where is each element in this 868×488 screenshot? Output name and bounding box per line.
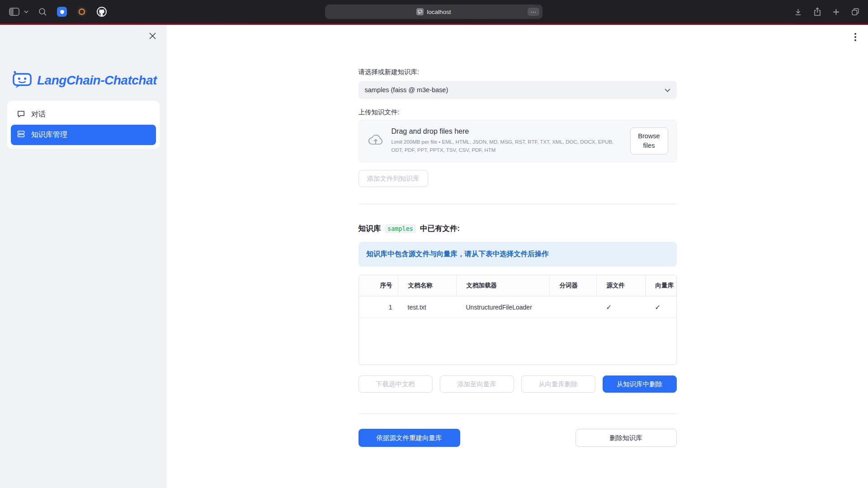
sidebar-item-label: 知识库管理 — [31, 130, 67, 140]
browser-toolbar: localhost ⋯ — [0, 0, 868, 23]
browse-files-button[interactable]: Browse files — [630, 127, 668, 155]
search-icon[interactable] — [38, 8, 47, 16]
col-header-vector: 向量库 — [645, 275, 676, 296]
delete-from-kb-button[interactable]: 从知识库中删除 — [603, 375, 677, 393]
delete-from-vector-store-button[interactable]: 从向量库删除 — [521, 375, 595, 393]
select-kb-label: 请选择或新建知识库: — [359, 68, 677, 77]
dropzone-title: Drag and drop files here — [392, 127, 623, 136]
col-header-filename: 文档名称 — [398, 275, 456, 296]
kb-select[interactable]: samples (faiss @ m3e-base) — [359, 81, 677, 99]
logo-text: LangChain-Chatchat — [37, 73, 157, 88]
table-row[interactable]: 1 test.txt UnstructuredFileLoader ✓ ✓ — [359, 296, 676, 318]
chat-bubble-icon — [17, 109, 25, 120]
kb-select-value: samples (faiss @ m3e-base) — [365, 86, 448, 94]
github-icon[interactable] — [97, 7, 107, 17]
delete-kb-button[interactable]: 删除知识库 — [576, 429, 677, 447]
sidebar-nav: 对话 知识库管理 — [7, 101, 160, 149]
main-content: 请选择或新建知识库: samples (faiss @ m3e-base) 上传… — [167, 25, 868, 488]
app-logo: LangChain-Chatchat — [12, 70, 167, 91]
file-dropzone[interactable]: Drag and drop files here Limit 200MB per… — [359, 120, 677, 162]
file-actions-row: 下载选中文档 添加至向量库 从向量库删除 从知识库中删除 — [359, 375, 677, 393]
divider — [359, 204, 677, 204]
extension-orange-icon[interactable] — [77, 7, 87, 17]
sidebar-item-knowledge-base[interactable]: 知识库管理 — [11, 125, 156, 145]
col-header-loader: 文档加载器 — [456, 275, 549, 296]
col-header-source: 源文件 — [596, 275, 645, 296]
col-header-splitter: 分词器 — [549, 275, 596, 296]
share-icon[interactable] — [813, 7, 821, 16]
kb-name-code: samples — [385, 224, 416, 233]
app-menu-icon[interactable] — [853, 31, 858, 43]
table-header-row: 序号 文档名称 文档加载器 分词器 源文件 向量库 — [359, 275, 676, 296]
sidebar-item-dialogue[interactable]: 对话 — [11, 104, 156, 125]
site-favicon — [416, 8, 424, 15]
kb-heading-prefix: 知识库 — [359, 224, 381, 234]
kb-files-table: 序号 文档名称 文档加载器 分词器 源文件 向量库 1 test.txt Uns… — [359, 275, 677, 365]
address-url: localhost — [427, 9, 451, 15]
rebuild-vector-store-button[interactable]: 依据源文件重建向量库 — [359, 429, 460, 447]
sidebar-item-label: 对话 — [31, 110, 46, 119]
add-to-vector-store-button[interactable]: 添加至向量库 — [440, 375, 514, 393]
address-bar[interactable]: localhost ⋯ — [325, 5, 542, 19]
sidebar-toggle-icon[interactable] — [9, 8, 19, 16]
kb-heading-suffix: 中已有文件: — [420, 224, 460, 234]
cell-source-check: ✓ — [596, 296, 645, 318]
extension-blue-icon[interactable] — [57, 7, 67, 17]
page-settings-icon[interactable]: ⋯ — [528, 8, 539, 16]
new-tab-icon[interactable] — [832, 8, 840, 16]
col-header-index: 序号 — [359, 275, 398, 296]
cell-splitter — [549, 296, 596, 318]
knowledge-base-icon — [17, 130, 25, 140]
sidebar: LangChain-Chatchat 对话 — [0, 25, 167, 488]
cell-loader: UnstructuredFileLoader — [456, 296, 549, 318]
sidebar-close-icon[interactable] — [147, 30, 158, 41]
dropzone-limit-text: Limit 200MB per file • EML, HTML, JSON, … — [392, 138, 623, 155]
cloud-upload-icon — [367, 133, 384, 149]
download-selected-button[interactable]: 下载选中文档 — [359, 375, 433, 393]
cell-vector-check: ✓ — [645, 296, 676, 318]
select-chevron-down-icon — [665, 86, 670, 94]
upload-label: 上传知识文件: — [359, 108, 677, 117]
kb-management-row: 依据源文件重建向量库 删除知识库 — [359, 429, 677, 447]
tabs-overview-icon[interactable] — [851, 7, 860, 16]
info-banner: 知识库中包含源文件与向量库，请从下表中选择文件后操作 — [359, 242, 677, 267]
downloads-icon[interactable] — [794, 8, 802, 16]
chevron-down-icon[interactable] — [24, 10, 28, 14]
add-files-to-kb-button[interactable]: 添加文件到知识库 — [359, 170, 428, 187]
cell-filename: test.txt — [398, 296, 456, 318]
kb-files-heading: 知识库 samples 中已有文件: — [359, 224, 677, 234]
cell-index: 1 — [359, 296, 398, 318]
divider — [359, 413, 677, 414]
logo-chat-icon — [12, 70, 33, 91]
